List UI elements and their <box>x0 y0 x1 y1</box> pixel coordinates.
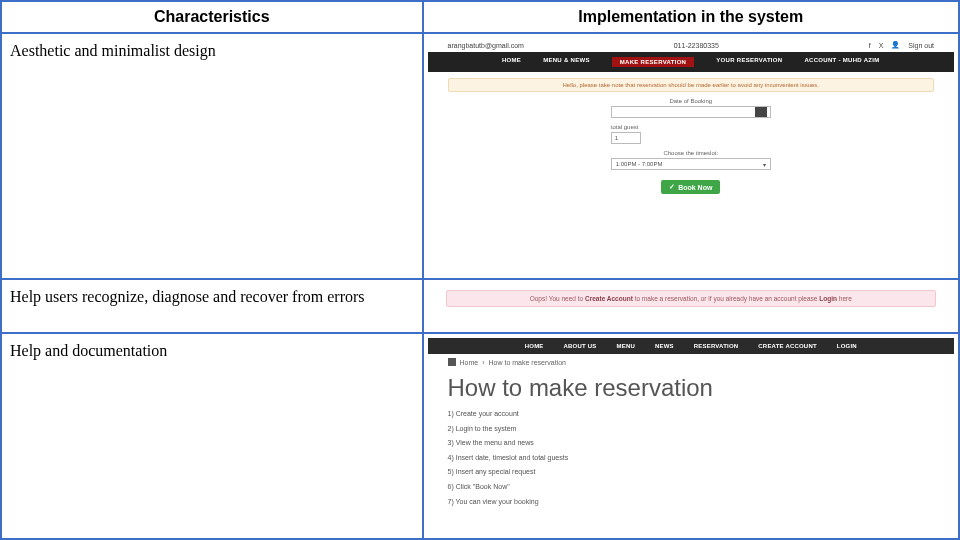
date-label: Date of Booking <box>611 98 771 104</box>
page-title: How to make reservation <box>428 370 954 408</box>
table-row: Help and documentation HOME ABOUT US MEN… <box>1 333 959 539</box>
crumb-current: How to make reservation <box>489 359 566 366</box>
nav-account[interactable]: ACCOUNT - MUHD AZIM <box>804 57 879 67</box>
timeslot-label: Choose the timeslot: <box>611 150 771 156</box>
nav-menu[interactable]: MENU <box>616 343 634 349</box>
topbar-right: f X 👤 Sign out <box>869 41 934 49</box>
list-item: 5) Insert any special request <box>448 466 934 479</box>
create-account-link[interactable]: Create Account <box>585 295 633 302</box>
nav-news[interactable]: NEWS <box>655 343 674 349</box>
cell-characteristic: Help and documentation <box>1 333 423 539</box>
notice-banner: Hello, please take note that reservation… <box>448 78 934 92</box>
help-nav: HOME ABOUT US MENU NEWS RESERVATION CREA… <box>428 338 954 354</box>
help-steps-list: 1) Create your account 2) Login to the s… <box>428 408 954 508</box>
list-item: 6) Click "Book Now" <box>448 481 934 494</box>
nav-about[interactable]: ABOUT US <box>564 343 597 349</box>
screenshot-error-banner: Oops! You need to Create Account to make… <box>430 284 952 313</box>
list-item: 7) You can view your booking <box>448 496 934 509</box>
header-row: Characteristics Implementation in the sy… <box>1 1 959 33</box>
slide-container: Characteristics Implementation in the sy… <box>0 0 960 540</box>
chevron-right-icon: › <box>482 359 484 366</box>
chevron-down-icon: ▾ <box>763 161 766 168</box>
list-item: 4) Insert date, timeslot and total guest… <box>448 452 934 465</box>
list-item: 1) Create your account <box>448 408 934 421</box>
nav-reservation[interactable]: RESERVATION <box>694 343 739 349</box>
error-alert: Oops! You need to Create Account to make… <box>446 290 936 307</box>
guest-input[interactable]: 1 <box>611 132 641 144</box>
main-nav: HOME MENU & NEWS MAKE RESERVATION YOUR R… <box>428 52 954 72</box>
nav-login[interactable]: LOGIN <box>837 343 857 349</box>
calendar-icon[interactable] <box>755 107 767 117</box>
nav-home[interactable]: HOME <box>502 57 521 67</box>
nav-menu-news[interactable]: MENU & NEWS <box>543 57 590 67</box>
topbar-phone: 011-22380335 <box>674 42 719 49</box>
error-text-mid: to make a reservation, or if you already… <box>633 295 819 302</box>
timeslot-select[interactable]: 1:00PM - 7:00PM ▾ <box>611 158 771 170</box>
header-implementation: Implementation in the system <box>423 1 959 33</box>
book-now-label: Book Now <box>678 184 712 191</box>
label-help-documentation: Help and documentation <box>8 338 416 364</box>
error-text: Oops! You need to <box>530 295 585 302</box>
guest-value: 1 <box>615 135 618 141</box>
facebook-icon[interactable]: f <box>869 42 871 49</box>
cell-implementation: Oops! You need to Create Account to make… <box>423 279 959 333</box>
cell-implementation: arangbatutb@gmail.com 011-22380335 f X 👤… <box>423 33 959 279</box>
label-aesthetic: Aesthetic and minimalist design <box>8 38 416 64</box>
user-icon[interactable]: 👤 <box>891 41 900 49</box>
table-row: Aesthetic and minimalist design arangbat… <box>1 33 959 279</box>
cell-characteristic: Help users recognize, diagnose and recov… <box>1 279 423 333</box>
usability-table: Characteristics Implementation in the sy… <box>0 0 960 540</box>
breadcrumb: Home › How to make reservation <box>428 354 954 370</box>
social-icon[interactable]: X <box>879 42 884 49</box>
screenshot-reservation-form: arangbatutb@gmail.com 011-22380335 f X 👤… <box>428 38 954 268</box>
screenshot-help-page: HOME ABOUT US MENU NEWS RESERVATION CREA… <box>428 338 954 514</box>
guest-label: total guest <box>611 124 771 130</box>
signout-link[interactable]: Sign out <box>908 42 934 49</box>
nav-home[interactable]: HOME <box>525 343 544 349</box>
nav-create-account[interactable]: CREATE ACCOUNT <box>758 343 816 349</box>
table-row: Help users recognize, diagnose and recov… <box>1 279 959 333</box>
cell-implementation: HOME ABOUT US MENU NEWS RESERVATION CREA… <box>423 333 959 539</box>
nav-make-reservation[interactable]: MAKE RESERVATION <box>612 57 694 67</box>
error-text-suffix: here <box>837 295 852 302</box>
nav-your-reservation[interactable]: YOUR RESERVATION <box>716 57 782 67</box>
crumb-home[interactable]: Home <box>460 359 479 366</box>
cell-characteristic: Aesthetic and minimalist design <box>1 33 423 279</box>
book-now-button[interactable]: Book Now <box>661 180 720 194</box>
reservation-form: Date of Booking total guest 1 Choose the… <box>428 98 954 194</box>
login-link[interactable]: Login <box>819 295 837 302</box>
topbar: arangbatutb@gmail.com 011-22380335 f X 👤… <box>428 38 954 52</box>
timeslot-value: 1:00PM - 7:00PM <box>616 161 663 167</box>
home-icon[interactable] <box>448 358 456 366</box>
list-item: 2) Login to the system <box>448 423 934 436</box>
list-item: 3) View the menu and news <box>448 437 934 450</box>
date-input[interactable] <box>611 106 771 118</box>
topbar-email: arangbatutb@gmail.com <box>448 42 524 49</box>
label-errors: Help users recognize, diagnose and recov… <box>8 284 416 310</box>
header-characteristics: Characteristics <box>1 1 423 33</box>
